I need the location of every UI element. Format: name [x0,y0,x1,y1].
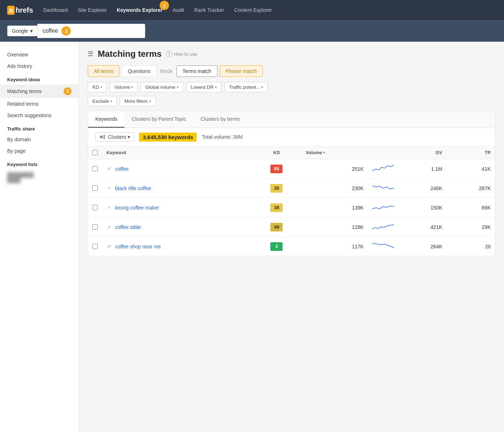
row-tp-cell: 20 [446,237,495,256]
clusters-dropdown[interactable]: Clusters ▾ [95,132,134,142]
row-checkbox[interactable] [92,224,98,230]
search-input-wrap: coffee 2 [37,24,145,38]
top-nav: a hrefs Dashboard Site Explorer Keywords… [0,0,504,20]
sidebar-item-by-domain[interactable]: By domain [0,134,79,145]
sidebar-label-overview: Overview [7,52,28,58]
page-header: ☰ Matching terms ? How to use [88,49,495,59]
keyword-link[interactable]: keurig coffee maker [115,205,159,211]
table-tab-clusters-parent-topic[interactable]: Clusters by Parent Topic [124,111,193,128]
row-volume-cell: 128K [301,217,368,237]
filter-global-volume[interactable]: Global volume ▾ [141,82,183,92]
chevron-down-icon: ▾ [177,85,179,89]
sidebar-item-overview[interactable]: Overview [0,49,79,60]
nav-site-explorer[interactable]: Site Explorer [78,7,107,13]
filter-lowest-dr[interactable]: Lowest DR ▾ [186,82,222,92]
row-volume-cell: 117K [301,237,368,256]
col-header-gv: GV [398,146,447,159]
filter-traffic-potential[interactable]: Traffic potent... ▾ [224,82,268,92]
kd-badge: 48 [270,223,283,231]
row-checkbox[interactable] [92,166,98,171]
sidebar-item-ads-history[interactable]: Ads history [0,60,79,72]
search-badge: 2 [61,26,71,36]
keyword-link[interactable]: coffee table [115,224,141,230]
tab-phrase-match[interactable]: Phrase match [220,65,263,77]
row-keyword-cell: + black rifle coffee [102,179,252,198]
row-status-icon: ✓ [106,244,112,249]
help-link[interactable]: ? How to use [166,51,197,57]
keywords-count: 3,645,530 keywords [139,133,197,142]
filter-exclude[interactable]: Exclude ▾ [88,96,117,106]
row-kd-cell: 48 [252,217,302,237]
table-row: + keurig coffee maker 38 139K 150K 69K [88,198,495,217]
sidebar-item-related-terms[interactable]: Related terms [0,98,79,110]
table-row: ✓ coffee table 48 128K 421K 29K [88,217,495,237]
sidebar-label-by-page: By page [7,148,26,154]
row-gv-cell: 150K [398,198,447,217]
table-tabs: Keywords Clusters by Parent Topic Cluste… [88,111,495,128]
hamburger-icon[interactable]: ☰ [88,50,93,58]
chevron-down-icon: ▾ [110,99,112,103]
logo[interactable]: a hrefs [7,6,33,15]
search-engine-label: Google [12,28,28,34]
svg-point-2 [103,137,105,139]
kd-badge: 95 [270,165,283,173]
sidebar-item-search-suggestions[interactable]: Search suggestions [0,110,79,121]
table-row: ✓ coffee 95 251K 1.1M 41K [88,159,495,179]
row-sparkline-cell [368,217,398,237]
row-checkbox[interactable] [92,185,98,191]
search-query-text: coffee [42,28,58,34]
search-bar: Google ▾ coffee 2 [0,20,504,42]
nav-audit[interactable]: Audit [173,7,184,13]
sidebar-matching-terms-badge: 3 [64,87,72,95]
col-header-tp: TP [446,146,495,159]
table-tab-clusters-terms[interactable]: Clusters by terms [193,111,247,128]
row-kd-cell: 3 [252,237,302,256]
nav-content-explorer[interactable]: Content Explorer [234,7,272,13]
chevron-down-icon: ▾ [149,99,151,103]
keyword-link[interactable]: black rifle coffee [115,185,151,191]
svg-point-0 [100,135,103,138]
table-row: + black rifle coffee 30 230K 246K 287K [88,179,495,198]
svg-point-1 [103,135,105,137]
sidebar-item-by-page[interactable]: By page [0,145,79,157]
kd-badge: 3 [270,242,283,251]
chevron-down-icon: ▾ [30,28,33,34]
table-tab-keywords[interactable]: Keywords [88,111,124,128]
filter-more-filters[interactable]: More filters ▾ [120,96,155,106]
page-title: Matching terms [98,49,161,59]
keyword-link[interactable]: coffee shop near me [115,244,161,249]
sidebar-section-keyword-lists: Keyword lists [0,157,79,169]
row-checkbox[interactable] [92,205,98,210]
main-layout: Overview Ads history Keyword ideas Match… [0,42,504,432]
row-status-icon: ✓ [106,224,112,230]
select-all-checkbox[interactable] [92,150,98,155]
logo-text: hrefs [15,6,33,14]
chevron-down-icon: ▾ [261,85,263,89]
row-status-icon: + [106,185,112,191]
tab-terms-match[interactable]: Terms match [177,65,217,77]
search-engine-selector[interactable]: Google ▾ [7,26,37,36]
row-keyword-cell: ✓ coffee table [102,217,252,237]
row-kd-cell: 38 [252,198,302,217]
tab-all-terms[interactable]: All terms [88,65,119,77]
row-gv-cell: 264K [398,237,447,256]
chevron-down-icon: ▾ [215,85,217,89]
logo-icon: a [7,6,15,15]
row-checkbox[interactable] [92,244,98,249]
nav-rank-tracker[interactable]: Rank Tracker [194,7,224,13]
filter-volume[interactable]: Volume ▾ [110,82,138,92]
nav-keywords-explorer[interactable]: Keywords Explorer 1 [117,7,163,13]
main-content: ☰ Matching terms ? How to use All terms … [79,42,504,432]
mode-label: Mode [159,68,174,74]
tab-questions[interactable]: Questions [122,65,156,77]
chevron-down-icon: ▾ [128,134,130,140]
sidebar-item-matching-terms[interactable]: Matching terms 3 [0,84,79,98]
row-tp-cell: 69K [446,198,495,217]
sidebar-keyword-lists-blur: ████████████ [0,169,79,186]
row-gv-cell: 421K [398,217,447,237]
filter-kd[interactable]: KD ▾ [88,82,107,92]
col-header-volume[interactable]: Volume ▾ [301,146,368,159]
nav-dashboard[interactable]: Dashboard [43,7,68,13]
sidebar-label-matching-terms: Matching terms [7,88,42,94]
keyword-link[interactable]: coffee [115,166,129,172]
